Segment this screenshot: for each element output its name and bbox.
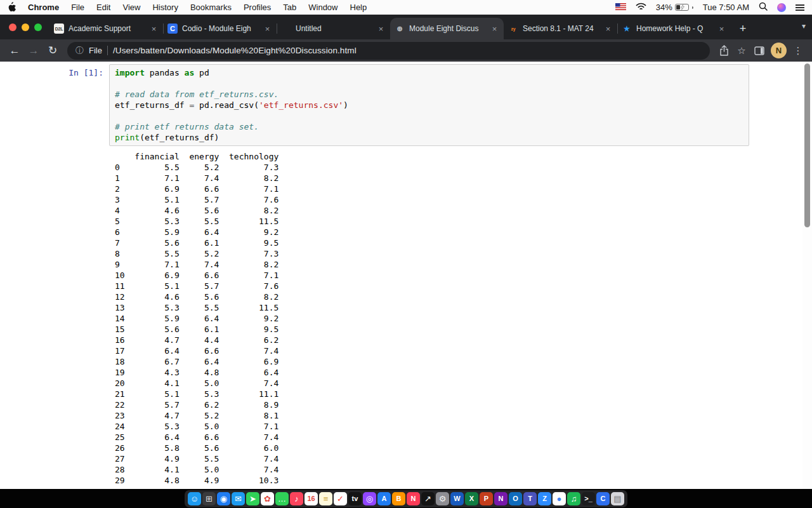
dock-bar: ☺⊞◉✉➤✿…♪16≡✓tv◎ABN↗⚙WXPNOTZ●♫>_C▤ bbox=[0, 489, 812, 508]
menu-bar: Chrome FileEditViewHistoryBookmarksProfi… bbox=[0, 0, 812, 15]
scrollbar-thumb[interactable] bbox=[804, 64, 810, 227]
tab-favicon: ⊕ bbox=[395, 23, 405, 34]
code-cell[interactable]: import pandas as pd # read data from etf… bbox=[109, 64, 749, 146]
chrome-menu-icon[interactable]: ⋮ bbox=[789, 42, 807, 60]
battery-percent-label: 34% bbox=[656, 3, 672, 12]
browser-tab[interactable]: ★Homework Help - Q× bbox=[617, 18, 731, 39]
side-panel-icon[interactable] bbox=[750, 42, 768, 60]
dock-icon-mail[interactable]: ✉ bbox=[232, 492, 245, 505]
dock-icon-news[interactable]: N bbox=[407, 492, 420, 505]
screen: Chrome FileEditViewHistoryBookmarksProfi… bbox=[0, 0, 812, 508]
dock-icon-codio[interactable]: C bbox=[596, 492, 610, 505]
menu-item-file[interactable]: File bbox=[71, 3, 84, 12]
dock-icon-chrome[interactable]: ● bbox=[553, 492, 566, 505]
dock-icon-outlook[interactable]: O bbox=[509, 492, 522, 505]
dock-icon-notes[interactable]: ≡ bbox=[319, 492, 332, 505]
browser-toolbar: ← → ↻ ⓘ File /Users/batten/Downloads/Mod… bbox=[0, 39, 812, 62]
page-info-icon[interactable]: ⓘ bbox=[75, 45, 84, 57]
dock-icon-trash[interactable]: ▤ bbox=[611, 492, 624, 505]
menu-item-edit[interactable]: Edit bbox=[96, 3, 110, 12]
close-window-button[interactable] bbox=[9, 23, 16, 31]
dock-icon-tv[interactable]: tv bbox=[348, 492, 362, 505]
zoom-window-button[interactable] bbox=[34, 23, 42, 31]
tab-favicon: C bbox=[167, 23, 178, 34]
dock-icon-teams[interactable]: T bbox=[523, 492, 537, 505]
tab-close-icon[interactable]: × bbox=[263, 24, 272, 34]
battery-status[interactable]: 34% bbox=[656, 3, 693, 12]
tab-favicon bbox=[281, 23, 291, 34]
menu-items: FileEditViewHistoryBookmarksProfilesTabW… bbox=[71, 3, 367, 12]
share-icon[interactable] bbox=[715, 42, 733, 60]
bookmark-star-icon[interactable]: ☆ bbox=[733, 42, 750, 60]
tab-title: Academic Support bbox=[69, 24, 145, 33]
menu-item-tab[interactable]: Tab bbox=[283, 3, 296, 12]
menu-clock[interactable]: Tue 7:50 AM bbox=[703, 3, 749, 12]
menu-item-window[interactable]: Window bbox=[308, 3, 337, 12]
tab-favicon: D2L bbox=[54, 23, 64, 34]
reload-button[interactable]: ↻ bbox=[43, 41, 62, 60]
dock-icon-photos[interactable]: ✿ bbox=[261, 492, 274, 505]
dock-icon-launchpad[interactable]: ⊞ bbox=[202, 492, 216, 505]
browser-tab[interactable]: Untitled× bbox=[277, 18, 390, 39]
browser-tab[interactable]: zySection 8.1 - MAT 24× bbox=[504, 18, 617, 39]
dock-icon-excel[interactable]: X bbox=[465, 492, 478, 505]
dock-icon-music[interactable]: ♪ bbox=[290, 492, 303, 505]
profile-avatar[interactable]: N bbox=[771, 43, 787, 58]
dock-icon-books[interactable]: B bbox=[392, 492, 405, 505]
tab-title: Untitled bbox=[296, 24, 372, 33]
dock-icon-settings[interactable]: ⚙ bbox=[436, 492, 449, 505]
new-tab-button[interactable]: + bbox=[733, 19, 752, 38]
forward-button[interactable]: → bbox=[24, 41, 43, 60]
wifi-icon[interactable] bbox=[636, 3, 646, 13]
url-scheme-label: File bbox=[89, 46, 102, 55]
menu-item-profiles[interactable]: Profiles bbox=[244, 3, 271, 12]
window-controls bbox=[5, 15, 49, 39]
dock-icon-word[interactable]: W bbox=[450, 492, 464, 505]
dock-icon-calendar[interactable]: 16 bbox=[304, 492, 318, 505]
dock-icon-spotify[interactable]: ♫ bbox=[567, 492, 580, 505]
dock-icon-app-store[interactable]: A bbox=[377, 492, 391, 505]
address-bar[interactable]: ⓘ File /Users/batten/Downloads/Module%20… bbox=[67, 42, 710, 60]
tab-close-icon[interactable]: × bbox=[717, 24, 726, 34]
dock-icon-maps[interactable]: ➤ bbox=[246, 492, 259, 505]
tab-favicon: ★ bbox=[622, 23, 632, 34]
url-text[interactable]: /Users/batten/Downloads/Module%20Eight%2… bbox=[113, 46, 357, 55]
menu-item-view[interactable]: View bbox=[122, 3, 140, 12]
menu-app-name[interactable]: Chrome bbox=[28, 3, 59, 12]
dock-icon-messages[interactable]: … bbox=[275, 492, 289, 505]
browser-tab[interactable]: CCodio - Module Eigh× bbox=[163, 18, 277, 39]
dock-icon-safari[interactable]: ◉ bbox=[217, 492, 230, 505]
tab-title: Module Eight Discus bbox=[409, 24, 485, 33]
tab-close-icon[interactable]: × bbox=[603, 24, 613, 34]
dock-icon-powerpoint[interactable]: P bbox=[480, 492, 493, 505]
dock-icon-podcasts[interactable]: ◎ bbox=[363, 492, 376, 505]
tab-close-icon[interactable]: × bbox=[376, 24, 386, 34]
menu-item-bookmarks[interactable]: Bookmarks bbox=[190, 3, 232, 12]
tab-title: Codio - Module Eigh bbox=[182, 24, 258, 33]
dock: ☺⊞◉✉➤✿…♪16≡✓tv◎ABN↗⚙WXPNOTZ●♫>_C▤ bbox=[185, 490, 627, 507]
spotlight-search-icon[interactable] bbox=[759, 2, 768, 13]
siri-icon[interactable] bbox=[777, 3, 786, 12]
menu-item-help[interactable]: Help bbox=[350, 3, 367, 12]
omnibox-divider bbox=[107, 46, 108, 55]
dock-icon-onenote[interactable]: N bbox=[494, 492, 508, 505]
tab-close-icon[interactable]: × bbox=[149, 24, 159, 34]
menu-item-history[interactable]: History bbox=[152, 3, 178, 12]
apple-menu-icon[interactable] bbox=[8, 2, 16, 13]
tab-search-chevron-icon[interactable]: ▾ bbox=[802, 22, 806, 30]
tab-close-icon[interactable]: × bbox=[490, 24, 499, 34]
browser-tab[interactable]: ⊕Module Eight Discus× bbox=[390, 18, 504, 39]
back-button[interactable]: ← bbox=[5, 41, 24, 60]
tab-list: D2LAcademic Support×CCodio - Module Eigh… bbox=[49, 18, 731, 39]
dock-icon-zoom[interactable]: Z bbox=[538, 492, 551, 505]
minimize-window-button[interactable] bbox=[22, 23, 29, 31]
input-source-flag-icon[interactable] bbox=[615, 3, 626, 12]
cell-input-prompt: In [1]: bbox=[0, 64, 109, 78]
tab-title: Homework Help - Q bbox=[636, 24, 712, 33]
dock-icon-reminders[interactable]: ✓ bbox=[334, 492, 347, 505]
menu-extra-icon[interactable] bbox=[796, 4, 804, 11]
browser-tab[interactable]: D2LAcademic Support× bbox=[49, 18, 163, 39]
dock-icon-stocks[interactable]: ↗ bbox=[421, 492, 435, 505]
dock-icon-terminal[interactable]: >_ bbox=[582, 492, 595, 505]
dock-icon-finder[interactable]: ☺ bbox=[188, 492, 201, 505]
